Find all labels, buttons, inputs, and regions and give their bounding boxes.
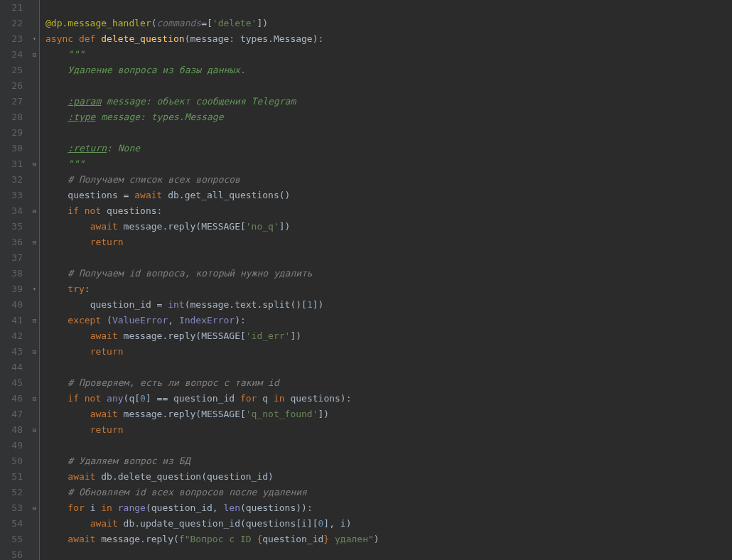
code-line[interactable]: try: — [45, 281, 732, 297]
line-number: 46 — [0, 391, 30, 406]
line-number: 56 — [0, 547, 30, 560]
code-line[interactable]: questions = await db.get_all_questions() — [45, 188, 732, 203]
code-line[interactable] — [45, 547, 732, 560]
fold-marker[interactable] — [30, 31, 39, 47]
fold-marker[interactable] — [30, 532, 39, 547]
line-number: 42 — [0, 328, 30, 344]
fold-marker[interactable] — [30, 469, 39, 485]
code-line[interactable]: return — [45, 344, 732, 360]
code-line[interactable]: # Получаем id вопроса, который нужно уда… — [45, 266, 732, 281]
code-line[interactable]: await db.update_question_id(questions[i]… — [45, 516, 732, 532]
code-line[interactable]: await db.delete_question(question_id) — [45, 469, 732, 485]
code-line[interactable]: if not any(q[0] == question_id for q in … — [45, 391, 732, 406]
code-line[interactable]: await message.reply(MESSAGE['id_err']) — [45, 328, 732, 344]
fold-marker[interactable] — [30, 63, 39, 78]
fold-marker[interactable] — [30, 266, 39, 281]
code-line[interactable]: # Обновляем id всех вопросов после удале… — [45, 485, 732, 500]
code-line[interactable]: # Проверяем, есть ли вопрос с таким id — [45, 375, 732, 391]
line-number: 38 — [0, 266, 30, 281]
line-number: 26 — [0, 78, 30, 94]
fold-marker[interactable] — [30, 375, 39, 391]
fold-marker[interactable] — [30, 438, 39, 453]
fold-marker[interactable] — [30, 250, 39, 266]
fold-marker[interactable] — [30, 422, 39, 438]
line-number: 31 — [0, 156, 30, 172]
line-number: 24 — [0, 47, 30, 63]
fold-marker[interactable] — [30, 360, 39, 375]
code-line[interactable]: :return: None — [45, 141, 732, 156]
code-line[interactable] — [45, 250, 732, 266]
line-number: 40 — [0, 297, 30, 313]
code-area[interactable]: @dp.message_handler(commands=['delete'])… — [40, 0, 732, 560]
code-line[interactable]: :param message: объект сообщения Telegra… — [45, 94, 732, 109]
code-line[interactable]: async def delete_question(message: types… — [45, 31, 732, 47]
fold-marker[interactable] — [30, 235, 39, 250]
code-line[interactable]: if not questions: — [45, 203, 732, 219]
code-line[interactable] — [45, 0, 732, 16]
code-line[interactable]: """ — [45, 47, 732, 63]
fold-gutter[interactable] — [30, 0, 40, 560]
line-number: 54 — [0, 516, 30, 532]
line-number: 47 — [0, 406, 30, 422]
fold-marker[interactable] — [30, 391, 39, 406]
fold-marker[interactable] — [30, 0, 39, 16]
fold-marker[interactable] — [30, 547, 39, 560]
code-line[interactable]: await message.reply(MESSAGE['no_q']) — [45, 219, 732, 235]
line-number: 29 — [0, 125, 30, 141]
code-line[interactable] — [45, 125, 732, 141]
code-line[interactable] — [45, 360, 732, 375]
fold-marker[interactable] — [30, 188, 39, 203]
code-line[interactable] — [45, 78, 732, 94]
fold-marker[interactable] — [30, 453, 39, 469]
line-number: 49 — [0, 438, 30, 453]
fold-marker[interactable] — [30, 485, 39, 500]
fold-marker[interactable] — [30, 94, 39, 109]
code-line[interactable]: await message.reply(MESSAGE['q_not_found… — [45, 406, 732, 422]
line-number: 45 — [0, 375, 30, 391]
code-line[interactable]: :type message: types.Message — [45, 109, 732, 125]
line-number: 32 — [0, 172, 30, 188]
code-line[interactable]: except (ValueError, IndexError): — [45, 313, 732, 328]
code-line[interactable]: return — [45, 422, 732, 438]
code-line[interactable]: @dp.message_handler(commands=['delete']) — [45, 16, 732, 31]
fold-marker[interactable] — [30, 47, 39, 63]
line-number: 44 — [0, 360, 30, 375]
fold-marker[interactable] — [30, 500, 39, 516]
fold-marker[interactable] — [30, 516, 39, 532]
fold-marker[interactable] — [30, 78, 39, 94]
code-line[interactable]: Удаление вопроса из базы данных. — [45, 63, 732, 78]
fold-marker[interactable] — [30, 406, 39, 422]
code-line[interactable]: # Удаляем вопрос из БД — [45, 453, 732, 469]
fold-marker[interactable] — [30, 281, 39, 297]
code-line[interactable]: await message.reply(f"Вопрос с ID {quest… — [45, 532, 732, 547]
line-number: 53 — [0, 500, 30, 516]
fold-marker[interactable] — [30, 203, 39, 219]
line-number: 28 — [0, 109, 30, 125]
fold-marker[interactable] — [30, 172, 39, 188]
line-number-gutter: 2122232425262728293031323334353637383940… — [0, 0, 30, 560]
fold-marker[interactable] — [30, 328, 39, 344]
line-number: 34 — [0, 203, 30, 219]
line-number: 50 — [0, 453, 30, 469]
code-line[interactable]: question_id = int(message.text.split()[1… — [45, 297, 732, 313]
line-number: 36 — [0, 235, 30, 250]
fold-marker[interactable] — [30, 344, 39, 360]
fold-marker[interactable] — [30, 109, 39, 125]
code-line[interactable]: for i in range(question_id, len(question… — [45, 500, 732, 516]
code-line[interactable]: return — [45, 235, 732, 250]
fold-marker[interactable] — [30, 141, 39, 156]
line-number: 55 — [0, 532, 30, 547]
code-line[interactable]: """ — [45, 156, 732, 172]
fold-marker[interactable] — [30, 125, 39, 141]
line-number: 30 — [0, 141, 30, 156]
fold-marker[interactable] — [30, 219, 39, 235]
code-editor[interactable]: 2122232425262728293031323334353637383940… — [0, 0, 732, 560]
fold-marker[interactable] — [30, 16, 39, 31]
line-number: 35 — [0, 219, 30, 235]
fold-marker[interactable] — [30, 156, 39, 172]
code-line[interactable]: # Получаем список всех вопросов — [45, 172, 732, 188]
fold-marker[interactable] — [30, 297, 39, 313]
fold-marker[interactable] — [30, 313, 39, 328]
code-line[interactable] — [45, 438, 732, 453]
line-number: 51 — [0, 469, 30, 485]
